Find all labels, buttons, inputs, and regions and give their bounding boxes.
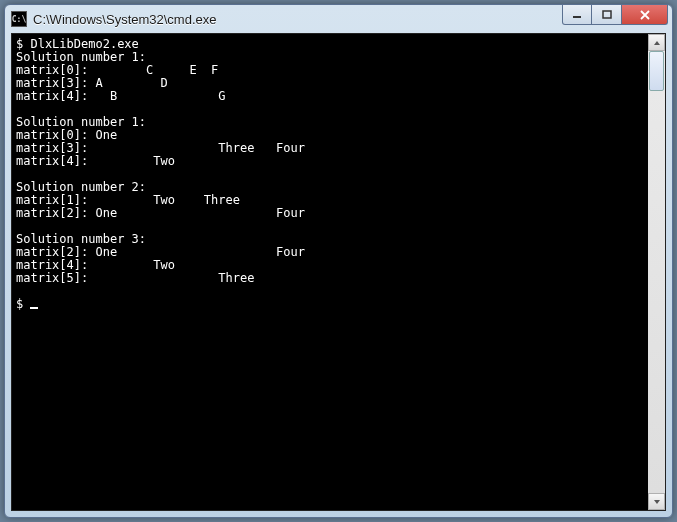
cmd-window: C:\ C:\Windows\System32\cmd.exe $ DlxLib… [4, 4, 673, 518]
scroll-thumb[interactable] [649, 51, 664, 91]
vertical-scrollbar[interactable] [648, 34, 665, 510]
cmd-icon: C:\ [11, 11, 27, 27]
scroll-up-button[interactable] [648, 34, 665, 51]
console-output[interactable]: $ DlxLibDemo2.exe Solution number 1: mat… [12, 34, 648, 510]
svg-rect-1 [603, 11, 611, 18]
maximize-button[interactable] [592, 5, 622, 25]
window-controls [562, 5, 668, 25]
cursor [30, 307, 38, 309]
svg-rect-0 [573, 16, 581, 18]
scroll-down-button[interactable] [648, 493, 665, 510]
minimize-button[interactable] [562, 5, 592, 25]
client-area: $ DlxLibDemo2.exe Solution number 1: mat… [11, 33, 666, 511]
close-button[interactable] [622, 5, 668, 25]
titlebar[interactable]: C:\ C:\Windows\System32\cmd.exe [5, 5, 672, 33]
scroll-track[interactable] [648, 51, 665, 493]
